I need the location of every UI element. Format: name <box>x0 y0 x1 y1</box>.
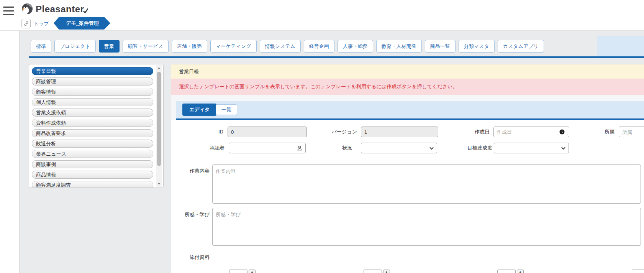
penguin-logo-icon <box>21 3 33 16</box>
site-list: 営業日報商談管理顧客情報個人情報営業支援依頼資料作成依頼商品改善要求敗退分析業界… <box>32 67 163 188</box>
clock-icon[interactable] <box>559 129 565 136</box>
site-list-item[interactable]: 敗退分析 <box>32 140 153 148</box>
reflection-label: 所感・学び <box>175 211 210 219</box>
status-label: 状況 <box>298 143 352 153</box>
site-list-item[interactable]: 営業日報 <box>32 67 153 75</box>
reflection-textarea[interactable] <box>212 208 641 246</box>
category-tab[interactable]: プロジェクト <box>54 40 96 53</box>
logo-check-icon <box>83 8 88 13</box>
site-list-item[interactable]: 個人情報 <box>32 98 153 106</box>
achievement-select[interactable] <box>494 143 569 153</box>
link-icon <box>24 21 29 26</box>
category-tabs-container: 標準プロジェクト営業顧客・サービス店舗・販売マーケティング情報システム経営企画人… <box>29 36 597 56</box>
version-label: バージョン <box>303 127 357 137</box>
category-tab[interactable]: 経営企画 <box>304 40 334 53</box>
site-list-panel: 営業日報商談管理顧客情報個人情報営業支援依頼資料作成依頼商品改善要求敗退分析業界… <box>29 64 164 188</box>
page-title: 営業日報 <box>171 64 644 79</box>
chevron-down-icon <box>561 147 565 150</box>
site-list-scrollbar[interactable]: ▲ ▼ <box>156 65 162 187</box>
spinner-input[interactable] <box>229 270 247 273</box>
category-tab[interactable]: カスタムアプリ <box>498 40 544 53</box>
permalink-button[interactable] <box>21 19 31 28</box>
scrollbar-thumb[interactable] <box>157 72 161 166</box>
achievement-label: 目標達成度 <box>439 143 492 153</box>
status-select[interactable] <box>361 143 437 153</box>
site-list-item[interactable]: 顧客情報 <box>32 88 153 96</box>
tab-editor[interactable]: エディタ <box>182 104 216 116</box>
category-tab[interactable]: 人事・総務 <box>338 40 373 53</box>
category-tab[interactable]: 商品一覧 <box>425 40 456 53</box>
spinner-input[interactable] <box>632 270 644 273</box>
category-tab[interactable]: 営業 <box>99 40 120 53</box>
site-list-item[interactable]: 業界ニュース <box>32 150 153 158</box>
category-tab[interactable]: 顧客・サービス <box>123 40 169 53</box>
scrollbar-down-icon[interactable]: ▼ <box>156 181 162 187</box>
id-label: ID <box>187 127 223 137</box>
category-tab[interactable]: 店舗・販売 <box>172 40 207 53</box>
approver-field[interactable] <box>229 143 306 153</box>
app-logo: Pleasanter <box>21 3 88 16</box>
view-tab-area: エディタ 一覧 <box>171 95 644 120</box>
main-panel: 営業日報 選択したテンプレートの画面サンプルを表示しています。このテンプレートを… <box>171 64 644 273</box>
site-list-item[interactable]: 商品情報 <box>32 171 153 179</box>
work-content-textarea[interactable] <box>212 164 641 204</box>
created-date-field[interactable] <box>493 127 569 137</box>
category-tab[interactable]: 分類マスタ <box>459 40 495 53</box>
numeric-spinner: ▲ <box>229 270 256 273</box>
version-field <box>361 127 438 137</box>
category-tab[interactable]: 情報システム <box>260 40 301 53</box>
site-list-item[interactable]: 資料作成依頼 <box>32 119 153 127</box>
work-content-label: 作業内容 <box>179 167 210 175</box>
template-notice: 選択したテンプレートの画面サンプルを表示しています。このテンプレートを利用するに… <box>171 79 644 95</box>
icon-sidebar <box>0 0 19 273</box>
created-date-label: 作成日 <box>436 127 490 137</box>
spinner-up-icon[interactable]: ▲ <box>249 270 256 273</box>
scrollbar-up-icon[interactable]: ▲ <box>156 65 162 71</box>
tab-list[interactable]: 一覧 <box>216 104 237 115</box>
spinner-input[interactable] <box>364 270 382 273</box>
breadcrumb-current[interactable]: デモ_案件管理 <box>54 17 110 30</box>
logo-text: Pleasanter <box>36 4 84 15</box>
spinner-input[interactable] <box>497 270 516 273</box>
numeric-spinner: ▲ <box>632 270 644 273</box>
department-label: 所属 <box>580 127 615 137</box>
category-tab[interactable]: 標準 <box>31 40 51 53</box>
site-list-item[interactable]: 営業支援依頼 <box>32 109 153 117</box>
pleasanter-app: Pleasanter トップ デモ_案件管理 + ? 標準プロジェクト営業顧客・… <box>0 0 644 273</box>
chevron-down-icon <box>429 147 434 150</box>
header: Pleasanter トップ デモ_案件管理 <box>0 0 644 31</box>
sidebar-divider <box>19 31 20 273</box>
menu-hamburger-icon[interactable] <box>3 7 14 15</box>
attachments-label: 添付資料 <box>178 253 210 261</box>
site-list-item[interactable]: 商談事例 <box>32 160 153 168</box>
category-tab[interactable]: マーケティング <box>210 40 257 53</box>
category-tab-bar: 標準プロジェクト営業顧客・サービス店舗・販売マーケティング情報システム経営企画人… <box>29 36 644 58</box>
breadcrumb-top-link[interactable]: トップ <box>34 19 49 28</box>
editor-form: ID バージョン 作成日 所属 承認者 <box>171 120 644 273</box>
spinner-up-icon[interactable]: ▲ <box>517 270 524 273</box>
view-tab-strip: エディタ 一覧 <box>176 101 644 118</box>
site-list-item[interactable]: 商談管理 <box>32 77 153 86</box>
numeric-spinner: ▲ <box>497 270 524 273</box>
site-list-item[interactable]: 商品改善要求 <box>32 129 153 137</box>
department-field[interactable] <box>619 127 644 137</box>
category-tab[interactable]: 教育・人材開発 <box>376 40 422 53</box>
spinner-up-icon[interactable]: ▲ <box>383 270 390 273</box>
id-field <box>228 127 307 137</box>
numeric-spinner: ▲ <box>364 270 390 273</box>
site-list-item[interactable]: 顧客満足度調査 <box>32 181 153 188</box>
approver-label: 承認者 <box>187 143 224 153</box>
